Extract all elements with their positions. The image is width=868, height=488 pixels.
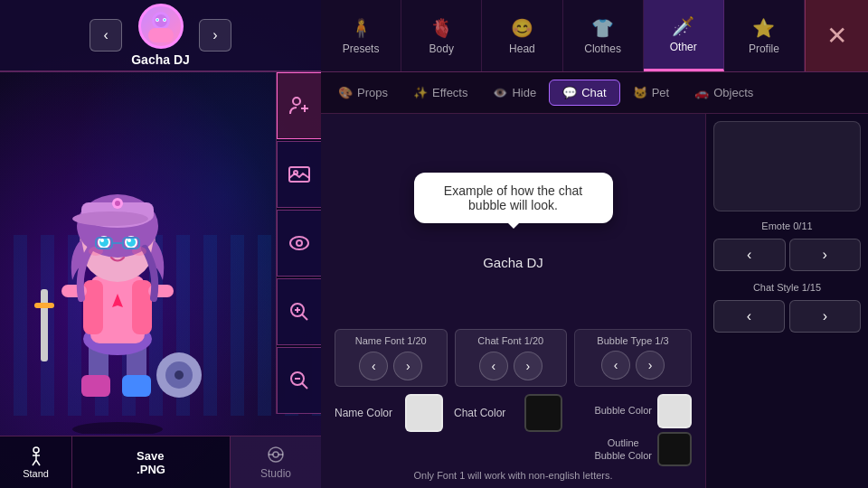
tab-head[interactable]: 😊 Head bbox=[482, 0, 562, 71]
save-label: Save.PNG bbox=[137, 449, 165, 476]
profile-label: Profile bbox=[749, 42, 779, 55]
character-header: ‹ Gacha DJ › bbox=[0, 0, 321, 72]
prev-character-button[interactable]: ‹ bbox=[90, 19, 122, 52]
svg-point-34 bbox=[127, 238, 136, 247]
objects-label: Objects bbox=[713, 86, 753, 99]
zoom-out-button[interactable] bbox=[277, 347, 321, 414]
bubble-type-next[interactable]: › bbox=[636, 351, 665, 380]
svg-rect-10 bbox=[81, 375, 110, 397]
next-character-button[interactable]: › bbox=[199, 19, 231, 52]
pet-label: Pet bbox=[652, 86, 670, 99]
svg-point-6 bbox=[164, 19, 165, 21]
tab-props[interactable]: 🎨 Props bbox=[326, 80, 401, 105]
save-button[interactable]: Save.PNG bbox=[72, 436, 231, 489]
right-panel: 🧍 Presets 🫀 Body 😊 Head 👕 Clothes 🗡️ Oth… bbox=[321, 0, 868, 488]
bubble-color-label: Bubble Color bbox=[594, 405, 652, 416]
hide-label: Hide bbox=[512, 86, 536, 99]
bottom-bar: Stand Save.PNG Studio bbox=[0, 436, 321, 488]
svg-point-56 bbox=[33, 447, 39, 453]
character-display bbox=[18, 90, 217, 434]
outline-bubble-color-swatch[interactable] bbox=[657, 432, 692, 466]
bubble-color-swatch[interactable] bbox=[657, 394, 692, 428]
bubble-color-row: Bubble Color bbox=[594, 394, 692, 428]
emote-prev[interactable]: ‹ bbox=[713, 239, 786, 271]
studio-label: Studio bbox=[260, 467, 291, 480]
svg-line-54 bbox=[302, 383, 307, 389]
svg-point-36 bbox=[127, 239, 131, 242]
character-name: Gacha DJ bbox=[131, 52, 190, 67]
stand-button[interactable]: Stand bbox=[0, 436, 72, 489]
avatar bbox=[138, 4, 184, 49]
chat-font-arrows: ‹ › bbox=[479, 352, 542, 380]
props-label: Props bbox=[357, 86, 388, 99]
svg-point-28 bbox=[72, 211, 148, 226]
outline-bubble-row: Outline Bubble Color bbox=[594, 432, 692, 466]
tab-other[interactable]: 🗡️ Other bbox=[644, 0, 724, 71]
profile-icon: ⭐ bbox=[752, 17, 775, 39]
bubble-type-arrows: ‹ › bbox=[601, 351, 665, 380]
visibility-button[interactable] bbox=[277, 210, 321, 277]
emote-preview-box bbox=[713, 121, 861, 211]
tab-effects[interactable]: ✨ Effects bbox=[401, 80, 481, 105]
chat-font-prev[interactable]: ‹ bbox=[479, 352, 508, 380]
svg-line-60 bbox=[36, 460, 40, 465]
tab-clothes[interactable]: 👕 Clothes bbox=[563, 0, 644, 71]
name-color-label: Name Color bbox=[335, 407, 398, 419]
character-label: Gacha DJ bbox=[483, 255, 543, 270]
font-controls-row: Name Font 1/20 ‹ › Chat Font 1/20 ‹ › bbox=[335, 329, 692, 387]
tab-presets[interactable]: 🧍 Presets bbox=[321, 0, 401, 71]
name-font-prev[interactable]: ‹ bbox=[359, 352, 388, 380]
clothes-label: Clothes bbox=[584, 42, 621, 55]
name-color-item: Name Color bbox=[335, 394, 443, 432]
chat-style-label: Chat Style 1/15 bbox=[713, 282, 861, 293]
chat-color-label: Chat Color bbox=[454, 407, 517, 419]
chat-style-next[interactable]: › bbox=[789, 300, 861, 333]
svg-point-30 bbox=[115, 201, 120, 206]
svg-point-62 bbox=[273, 452, 278, 457]
svg-point-7 bbox=[72, 422, 163, 434]
name-color-swatch[interactable] bbox=[405, 394, 443, 432]
emote-next[interactable]: › bbox=[789, 239, 862, 271]
tab-objects[interactable]: 🚗 Objects bbox=[682, 80, 766, 105]
head-icon: 😊 bbox=[511, 17, 533, 39]
tab-hide[interactable]: 👁️ Hide bbox=[480, 80, 549, 105]
main-content: Example of how the chat bubble will look… bbox=[321, 114, 868, 488]
tab-profile[interactable]: ⭐ Profile bbox=[724, 0, 805, 71]
chat-font-label: Chat Font 1/20 bbox=[477, 335, 543, 346]
name-font-label: Name Font 1/20 bbox=[355, 335, 427, 346]
stand-label: Stand bbox=[23, 468, 49, 479]
svg-point-23 bbox=[175, 371, 184, 380]
side-toolbar bbox=[276, 72, 321, 414]
tab-pet[interactable]: 🐱 Pet bbox=[620, 80, 683, 105]
svg-line-59 bbox=[33, 460, 36, 465]
outline-bubble-label: Bubble Color bbox=[594, 450, 652, 461]
zoom-in-button[interactable] bbox=[277, 278, 321, 345]
bubble-type-control: Bubble Type 1/3 ‹ › bbox=[574, 329, 692, 387]
other-label: Other bbox=[670, 41, 697, 53]
bubble-type-prev[interactable]: ‹ bbox=[601, 351, 630, 380]
left-panel: ‹ Gacha DJ › bbox=[0, 0, 321, 488]
body-icon: 🫀 bbox=[430, 17, 453, 39]
presets-label: Presets bbox=[343, 42, 380, 55]
chat-font-next[interactable]: › bbox=[514, 352, 542, 380]
studio-button[interactable]: Studio bbox=[231, 436, 321, 489]
svg-point-47 bbox=[290, 237, 308, 249]
chat-color-item: Chat Color bbox=[454, 394, 562, 432]
right-side-panel: Emote 0/11 ‹ › Chat Style 1/15 ‹ › bbox=[705, 114, 868, 488]
add-character-button[interactable] bbox=[277, 72, 321, 139]
name-font-next[interactable]: › bbox=[393, 352, 422, 380]
tab-chat[interactable]: 💬 Chat bbox=[549, 80, 619, 106]
top-tabs: 🧍 Presets 🫀 Body 😊 Head 👕 Clothes 🗡️ Oth… bbox=[321, 0, 868, 72]
svg-rect-19 bbox=[41, 289, 48, 361]
background-button[interactable] bbox=[277, 141, 321, 208]
emote-label: Emote 0/11 bbox=[713, 221, 861, 231]
tab-body[interactable]: 🫀 Body bbox=[401, 0, 482, 71]
chat-font-control: Chat Font 1/20 ‹ › bbox=[455, 329, 568, 387]
close-button[interactable]: ✕ bbox=[805, 0, 868, 71]
chat-style-prev[interactable]: ‹ bbox=[713, 300, 785, 333]
chat-color-swatch[interactable] bbox=[524, 394, 562, 432]
presets-icon: 🧍 bbox=[350, 17, 373, 39]
hide-icon: 👁️ bbox=[493, 86, 507, 99]
effects-icon: ✨ bbox=[413, 86, 428, 99]
svg-point-33 bbox=[99, 238, 108, 247]
